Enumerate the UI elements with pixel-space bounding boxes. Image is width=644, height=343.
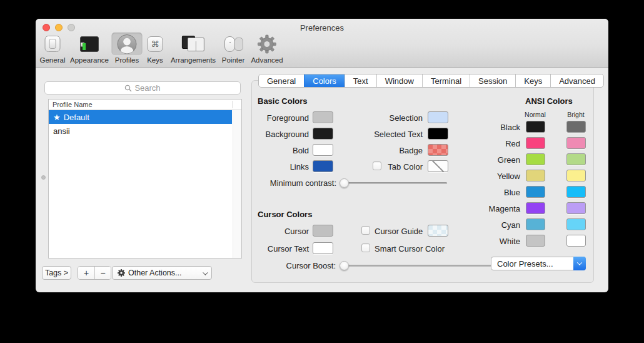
remove-profile-button[interactable]: − (94, 267, 111, 279)
ansi-red-label: Red (458, 138, 520, 150)
star-icon: ★ (53, 113, 61, 122)
cursor-label: Cursor (240, 225, 309, 237)
smart-cursor-color-checkbox[interactable] (361, 243, 370, 252)
bold-label: Bold (240, 145, 309, 156)
tab-colors[interactable]: Colors (304, 74, 345, 87)
cursor-guide-color-well[interactable] (428, 225, 448, 237)
tab-advanced[interactable]: Advanced (550, 74, 603, 87)
ansi-red-normal-well[interactable] (526, 137, 545, 149)
tab-color-label: Tab Color (336, 161, 423, 173)
profile-name: ansii (53, 126, 70, 136)
mouse-icon (221, 36, 245, 53)
tab-session[interactable]: Session (470, 74, 515, 87)
cursor-boost-slider-knob[interactable] (340, 261, 349, 270)
ansi-black-label: Black (458, 121, 520, 133)
foreground-color-well[interactable] (313, 111, 333, 123)
cursor-boost-label: Cursor Boost: (248, 260, 336, 272)
selected-text-color-well[interactable] (428, 128, 448, 140)
ansi-black-normal-well[interactable] (526, 121, 545, 133)
cursor-text-label: Cursor Text (240, 243, 309, 255)
tab-text[interactable]: Text (345, 74, 376, 87)
ansi-magenta-label: Magenta (458, 203, 520, 215)
badge-color-well[interactable] (428, 144, 448, 156)
windows-arrangement-icon (181, 36, 204, 52)
ansi-black-bright-well[interactable] (566, 121, 586, 133)
background-label: Background (240, 128, 309, 140)
tab-terminal[interactable]: Terminal (422, 74, 470, 87)
links-label: Links (240, 161, 309, 173)
links-color-well[interactable] (313, 160, 333, 172)
chevron-down-icon (203, 270, 208, 275)
toolbar-item-appearance[interactable]: × Appearance (70, 33, 109, 64)
pane-divider-dot (41, 175, 46, 180)
toolbar-item-keys[interactable]: ⌘ Keys (143, 33, 168, 64)
ansi-blue-label: Blue (458, 187, 520, 198)
color-presets-dropdown[interactable]: Color Presets... (491, 257, 586, 270)
add-remove-buttons: + − (78, 266, 111, 280)
profile-row-ansii[interactable]: ansii (49, 124, 232, 138)
bright-column-header: Bright (563, 111, 588, 118)
bold-color-well[interactable] (313, 144, 333, 156)
selection-label: Selection (336, 112, 423, 124)
tags-button[interactable]: Tags > (42, 266, 71, 280)
toolbar-item-advanced[interactable]: Advanced (251, 33, 283, 64)
cursor-color-well[interactable] (313, 225, 333, 237)
cursor-guide-checkbox[interactable] (361, 226, 370, 235)
chevron-down-icon (573, 257, 586, 270)
tab-general[interactable]: General (259, 74, 304, 87)
ansi-cyan-normal-well[interactable] (526, 218, 545, 230)
search-icon (124, 84, 132, 92)
normal-column-header: Normal (523, 111, 548, 118)
ansi-blue-bright-well[interactable] (566, 186, 586, 198)
command-key-icon: ⌘ (148, 36, 163, 52)
tab-color-well[interactable] (428, 160, 448, 172)
profile-list-header: Profile Name (49, 100, 241, 110)
person-icon (117, 34, 138, 54)
profile-name: Default (64, 113, 89, 122)
ansi-yellow-label: Yellow (458, 170, 520, 182)
ansi-green-label: Green (458, 154, 520, 166)
ansi-magenta-bright-well[interactable] (566, 202, 586, 214)
other-actions-dropdown[interactable]: Other Actions... (112, 266, 212, 280)
minimum-contrast-label: Minimum contrast: (248, 177, 336, 189)
toolbar-item-pointer[interactable]: Pointer (216, 33, 250, 64)
toolbar-item-general[interactable]: General (40, 33, 66, 64)
ansi-green-bright-well[interactable] (566, 153, 586, 165)
search-placeholder: Search (134, 83, 160, 93)
ansi-yellow-bright-well[interactable] (566, 170, 586, 182)
minimum-contrast-slider-knob[interactable] (340, 178, 349, 188)
ansi-red-bright-well[interactable] (566, 137, 586, 149)
ansi-white-bright-well[interactable] (566, 235, 586, 247)
terminal-window-icon: × (80, 36, 99, 52)
selection-color-well[interactable] (428, 111, 448, 123)
ansi-white-label: White (458, 235, 520, 247)
ansi-magenta-normal-well[interactable] (526, 202, 545, 214)
ansi-green-normal-well[interactable] (526, 153, 545, 165)
ansi-cyan-bright-well[interactable] (566, 218, 586, 230)
minimum-contrast-slider[interactable] (341, 182, 447, 184)
cursor-text-color-well[interactable] (313, 242, 333, 254)
cursor-colors-heading: Cursor Colors (258, 210, 312, 219)
profile-row-default[interactable]: ★ Default (49, 110, 232, 124)
tab-keys[interactable]: Keys (515, 74, 550, 87)
search-input[interactable]: Search (44, 81, 241, 95)
smart-cursor-color-label: Smart Cursor Color (375, 243, 445, 255)
ansi-white-normal-well[interactable] (526, 235, 545, 247)
gear-icon (258, 34, 277, 54)
badge-label: Badge (336, 145, 423, 156)
foreground-label: Foreground (240, 112, 309, 124)
ansi-colors-heading: ANSI Colors (525, 96, 573, 106)
background-color-well[interactable] (313, 128, 333, 140)
profile-list: Profile Name ★ Default ansii (48, 99, 242, 259)
tab-window[interactable]: Window (376, 74, 422, 87)
toggle-switch-icon (45, 36, 61, 52)
selected-text-label: Selected Text (336, 128, 423, 140)
ansi-yellow-normal-well[interactable] (526, 170, 545, 182)
window-title: Preferences (36, 23, 608, 33)
ansi-cyan-label: Cyan (458, 219, 520, 231)
preferences-window: Preferences General × Appearance (36, 19, 608, 292)
add-profile-button[interactable]: + (78, 267, 94, 279)
ansi-blue-normal-well[interactable] (526, 186, 545, 198)
toolbar-item-arrangements[interactable]: Arrangements (171, 33, 216, 64)
toolbar-item-profiles[interactable]: Profiles (112, 33, 143, 64)
